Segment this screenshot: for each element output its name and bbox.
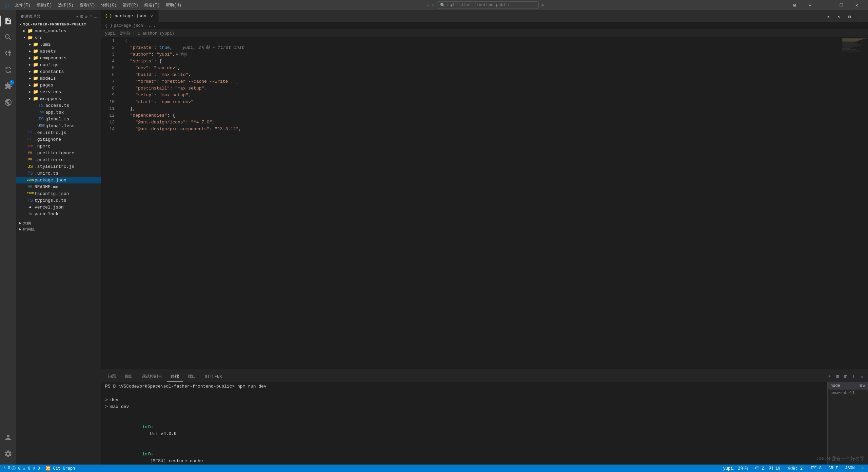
timeline-header[interactable]: ▶ 时间线 xyxy=(16,226,101,232)
terminal-entry-node[interactable]: node ⊟ ✕ xyxy=(828,382,868,390)
split-icon[interactable]: ⊟ xyxy=(860,383,862,388)
umi-expand-icon: ▶ xyxy=(27,42,33,47)
split-editor-icon[interactable]: ⊟ xyxy=(845,12,854,22)
sidebar-item-npmrc[interactable]: ▶ NPM .npmrc xyxy=(16,143,101,150)
sidebar-item-node_modules[interactable]: ▶ 📁 node_modules xyxy=(16,27,101,34)
more-icon[interactable]: … xyxy=(856,12,865,22)
panel-tab-problems[interactable]: 问题 xyxy=(104,372,120,382)
account-icon[interactable] xyxy=(0,429,16,446)
sidebar-item-typings[interactable]: ▶ TS typings.d.ts xyxy=(16,197,101,204)
sidebar-item-access-ts[interactable]: ▶ TS access.ts xyxy=(16,102,101,109)
status-git-blame[interactable]: yupi, 2年前 xyxy=(722,466,750,471)
status-notifications[interactable]: ⚡ xyxy=(860,466,865,471)
tab-package-json[interactable]: { } package.json ✕ xyxy=(101,10,159,22)
more-actions-icon[interactable]: … xyxy=(94,14,97,19)
redo-icon[interactable]: ↻ xyxy=(834,12,844,22)
nav-back-icon[interactable]: ◁ xyxy=(427,3,430,7)
sidebar-item-models[interactable]: ▶ 📁 models xyxy=(16,75,101,82)
maximize-panel-icon[interactable]: ⬆ xyxy=(850,373,857,380)
menu-edit[interactable]: 编辑(E) xyxy=(34,2,55,9)
menu-terminal[interactable]: 终端(T) xyxy=(142,2,163,9)
sidebar-item-global-less[interactable]: ▶ LESS global.less xyxy=(16,122,101,129)
search-bar[interactable]: 🔍 sql-father-frontend-public xyxy=(437,1,539,9)
sidebar-item-stylelintrc[interactable]: ▶ JS .stylelintrc.js xyxy=(16,163,101,170)
sidebar-item-yarn[interactable]: ▶ YN yarn.lock xyxy=(16,211,101,217)
scm-icon[interactable] xyxy=(0,45,16,62)
minimize-button[interactable]: ─ xyxy=(818,0,833,10)
close-button[interactable]: ✕ xyxy=(849,0,865,10)
status-encoding[interactable]: UTF-8 xyxy=(808,466,823,471)
menu-goto[interactable]: 转到(G) xyxy=(98,2,119,9)
new-file-icon[interactable]: ✦ xyxy=(76,14,79,19)
js-file-icon: JS xyxy=(27,163,33,170)
sidebar-item-prettierrc[interactable]: ▶ PR .prettierrc xyxy=(16,156,101,163)
sidebar-item-vercel[interactable]: ▶ ▲ vercel.json xyxy=(16,204,101,211)
layout-toggle-icon[interactable]: ⊡ xyxy=(787,0,802,10)
settings-gear-icon[interactable]: ≡ xyxy=(802,0,818,10)
sidebar-item-constants[interactable]: ▶ 📁 constants xyxy=(16,68,101,75)
maximize-button[interactable]: □ xyxy=(833,0,849,10)
sidebar-item-eslintrc[interactable]: ▶ ES .eslintrc.js xyxy=(16,129,101,136)
explorer-icon[interactable] xyxy=(0,13,16,29)
panel-tab-terminal[interactable]: 终端 xyxy=(167,372,183,382)
sidebar-item-package-json[interactable]: ▶ JSON package.json xyxy=(16,177,101,183)
code-editor[interactable]: { "private": true, yupi, 2年前 • first ini… xyxy=(118,37,841,370)
panel-tab-ports[interactable]: 端口 xyxy=(184,372,200,382)
remote-icon[interactable] xyxy=(0,94,16,111)
menu-select[interactable]: 选择(S) xyxy=(55,2,76,9)
sidebar-item-components[interactable]: ▶ 📁 components xyxy=(16,55,101,61)
split-terminal-icon[interactable]: ⊟ xyxy=(834,373,841,380)
sidebar-item-src[interactable]: ▾ 📂 src xyxy=(16,34,101,41)
sidebar-item-pages[interactable]: ▶ 📁 pages xyxy=(16,82,101,88)
close-panel-icon[interactable]: ✕ xyxy=(859,373,865,380)
sidebar-item-global-ts[interactable]: ▶ TS global.ts xyxy=(16,116,101,122)
collapse-all-icon[interactable]: ≡ xyxy=(89,14,92,19)
terminal-content[interactable]: PS D:\VSCodeWorkSpace\sql-father-fronten… xyxy=(101,382,827,465)
vscode-logo-icon: ⬡ xyxy=(5,3,9,7)
editor-content[interactable]: 1 2 3 4 5 6 7 8 9 10 11 12 13 14 xyxy=(101,37,841,370)
tab-close-button[interactable]: ✕ xyxy=(149,13,154,19)
new-folder-icon[interactable]: ⊡ xyxy=(80,14,83,19)
settings-activity-icon[interactable] xyxy=(0,446,16,462)
panel-tab-debug[interactable]: 调试控制台 xyxy=(138,372,166,382)
new-terminal-icon[interactable]: + xyxy=(826,373,833,380)
menu-run[interactable]: 运行(R) xyxy=(120,2,141,9)
configs-folder-icon: 📁 xyxy=(33,62,39,68)
panel-tab-gitlens[interactable]: GITLENS xyxy=(201,373,226,382)
status-line-ending[interactable]: CRLF xyxy=(827,466,840,471)
sidebar-item-configs[interactable]: ▶ 📁 configs xyxy=(16,61,101,68)
status-git-graph[interactable]: 🔀 Git Graph xyxy=(44,466,76,471)
breadcrumb-filename[interactable]: package.json xyxy=(114,23,143,28)
sidebar-item-assets[interactable]: ▶ 📁 assets xyxy=(16,48,101,55)
sidebar-item-services[interactable]: ▶ 📁 services xyxy=(16,88,101,95)
run-debug-icon[interactable] xyxy=(0,62,16,78)
nav-forward-icon[interactable]: ▷ xyxy=(432,3,434,7)
undo-icon[interactable]: ↺ xyxy=(823,12,833,22)
status-cursor-position[interactable]: 行 2, 列 19 xyxy=(754,466,782,471)
sidebar-item-prettierignore[interactable]: ▶ PR .prettierignore xyxy=(16,150,101,156)
search-activity-icon[interactable] xyxy=(0,29,16,45)
menu-help[interactable]: 帮助(H) xyxy=(163,2,184,9)
fold-debug-indicator[interactable]: ▶ 调试 xyxy=(179,52,184,57)
sidebar-item-gitignore[interactable]: ▶ GIT .gitignore xyxy=(16,136,101,143)
status-git-branch[interactable]: ⑂ 0 ⓘ 0 ⚠ 0 ✗ 0 xyxy=(3,466,41,471)
kill-terminal-icon[interactable]: 🗑 xyxy=(842,373,849,380)
extensions-icon[interactable]: 1 xyxy=(0,78,16,94)
panel-tab-output[interactable]: 输出 xyxy=(121,372,137,382)
sidebar-item-umi[interactable]: ▶ 📁 .umi xyxy=(16,41,101,48)
status-indentation[interactable]: 空格: 2 xyxy=(786,466,804,471)
menu-view[interactable]: 查看(V) xyxy=(77,2,98,9)
sidebar-item-wrappers[interactable]: ▶ 📁 wrappers xyxy=(16,95,101,102)
sidebar-item-tsconfig[interactable]: ▶ JSON tsconfig.json xyxy=(16,190,101,197)
outline-header[interactable]: ▶ 大纲 xyxy=(16,220,101,226)
refresh-icon[interactable]: ↺ xyxy=(85,14,88,19)
settings-icon[interactable]: ⚙ xyxy=(541,3,544,7)
status-language[interactable]: JSON xyxy=(844,466,856,471)
sidebar-item-app-tsx[interactable]: ▶ TSX app.tsx xyxy=(16,109,101,116)
menu-file[interactable]: 文件(F) xyxy=(12,2,33,9)
terminal-entry-powershell[interactable]: powershell xyxy=(828,390,868,397)
kill-icon[interactable]: ✕ xyxy=(863,383,865,388)
sidebar-item-umirc-ts[interactable]: ▶ TS .umirc.ts xyxy=(16,170,101,177)
project-root[interactable]: ▾ SQL-FATHER-FRONTEND-PUBLIC xyxy=(16,21,101,27)
sidebar-item-readme[interactable]: ▶ MD README.md xyxy=(16,183,101,190)
